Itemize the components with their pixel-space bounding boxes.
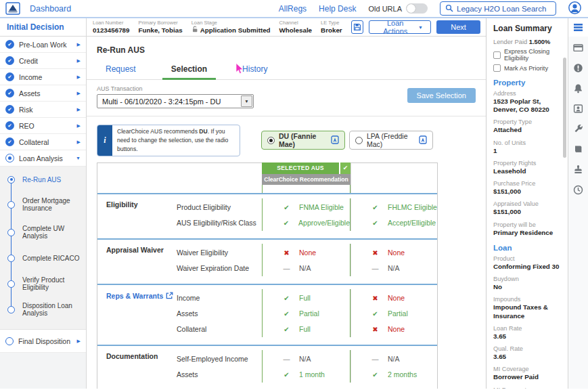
select-value: Multi - 06/10/2020 - 3:24:15pm - DU (102, 98, 221, 106)
step-label: Complete RICACO (22, 255, 79, 262)
chevron-right-icon: ▶ (77, 58, 81, 64)
approval-stamp-icon[interactable] (568, 160, 588, 179)
old-urla-toggle[interactable] (406, 3, 428, 14)
field-label: Property Rights (493, 160, 561, 167)
allregs-link[interactable]: AllRegs (279, 4, 307, 14)
save-selection-button[interactable]: Save Selection (407, 88, 476, 103)
sidebar-item-assets[interactable]: ✔ Assets ▶ (0, 85, 86, 102)
contacts-card-icon[interactable] (568, 100, 588, 118)
step-label: Disposition Loan Analysis (22, 302, 82, 317)
user-avatar[interactable] (568, 1, 581, 16)
step-verify-product-eligibility[interactable]: Verify Product Eligibility (0, 271, 86, 297)
sidebar-item-pre-loan-work[interactable]: ✔ Pre-Loan Work ▶ (0, 37, 86, 53)
tab-history[interactable]: History (233, 61, 276, 80)
express-closing-checkbox[interactable]: Express Closing Eligibility (493, 48, 561, 62)
app-logo-icon[interactable] (5, 2, 20, 15)
sidebar-item-label: Income (19, 73, 42, 81)
lpa-value: ✖ None (351, 290, 438, 306)
sidebar-item-income[interactable]: ✔ Income ▶ (0, 69, 86, 85)
status-text: None (388, 290, 405, 306)
status-text: Full (299, 290, 311, 306)
aus-transaction-select[interactable]: Multi - 06/10/2020 - 3:24:15pm - DU ▼ (97, 94, 254, 108)
alert-exclamation-icon[interactable] (568, 59, 588, 77)
next-button[interactable]: Next (436, 20, 480, 34)
du-value: ✔ FNMA Eligible (263, 200, 350, 215)
status-icon: ✔ (371, 200, 380, 215)
loan-analysis-steps: Re-Run AUS Order Mortgage Insurance Comp… (0, 167, 86, 330)
summary-field-buydown: Buydown No (493, 276, 561, 291)
field-value: Attached (493, 126, 561, 134)
step-re-run-aus[interactable]: Re-Run AUS (0, 169, 86, 190)
step-disposition-loan-analysis[interactable]: Disposition Loan Analysis (0, 297, 86, 322)
reps-warrants-link[interactable]: Reps & Warrants (97, 289, 177, 337)
radio-icon (355, 137, 363, 144)
help-desk-link[interactable]: Help Desk (319, 4, 356, 14)
status-icon: — (282, 351, 291, 367)
dashboard-link[interactable]: Dashboard (30, 4, 71, 14)
aus-comparison-table: SELECTED AUS ✔ ClearChoice Recommendatio… (97, 162, 438, 389)
field-label: Property Type (493, 118, 561, 125)
loan-actions-button[interactable]: Loan Actions ▼ (369, 20, 431, 34)
pdf-icon[interactable] (331, 135, 339, 146)
field-label: No. of Units (493, 139, 561, 146)
option-label: DU (Fannie Mae) (279, 132, 327, 148)
sidebar-item-final-disposition[interactable]: Final Disposition ▶ (0, 330, 86, 353)
status-text: FHLMC Eligible (388, 200, 437, 215)
field-value: No (493, 283, 561, 291)
summary-field-qual-rate: Qual. Rate 3.65 (493, 345, 561, 361)
lpa-value: — N/A (351, 261, 438, 276)
field-value: Impound Taxes & Insurance (493, 303, 561, 320)
field-label: Loan Stage (191, 20, 271, 26)
documents-book-icon[interactable] (568, 140, 588, 158)
step-complete-ricaco[interactable]: Complete RICACO (0, 245, 86, 271)
save-button[interactable] (351, 20, 364, 34)
summary-field-mi-payment: MI Payment $4,200.00 (493, 387, 561, 389)
mark-as-priority-checkbox[interactable]: Mark As Priority (493, 64, 561, 72)
pending-circle-icon (5, 337, 14, 345)
tab-request[interactable]: Request (97, 61, 145, 80)
sidebar-item-reo[interactable]: ✔ REO ▶ (0, 118, 86, 134)
search-input[interactable] (457, 5, 551, 13)
step-pending-icon (7, 280, 15, 288)
sidebar-item-credit[interactable]: ✔ Credit ▶ (0, 53, 86, 69)
option-du-fannie-mae[interactable]: DU (Fannie Mae) (261, 131, 345, 150)
field-label: Appraised Value (493, 200, 561, 207)
row-label: Income (177, 290, 262, 306)
sidebar-item-loan-analysis[interactable]: Loan Analysis ▼ (0, 150, 86, 167)
du-value: ✔ Full (263, 322, 350, 337)
loan-search-box[interactable] (440, 1, 556, 16)
field-label: MI Coverage (493, 366, 561, 372)
history-clock-icon[interactable] (568, 181, 588, 199)
pdf-icon[interactable] (419, 135, 427, 146)
loan-summary-rail-icon[interactable] (568, 18, 588, 37)
tab-selection[interactable]: Selection (162, 61, 216, 80)
info-text-bold: DU (199, 128, 207, 135)
field-label: Primary Borrower (139, 20, 183, 26)
group-category: Appraisal Waiver (97, 244, 177, 276)
complete-check-icon: ✔ (5, 56, 14, 65)
step-complete-uw-analysis[interactable]: Complete UW Analysis (0, 219, 86, 245)
spacer-cell (97, 163, 177, 193)
du-value: ✔ Full (263, 290, 350, 306)
status-text: None (388, 322, 405, 337)
tools-wrench-icon[interactable] (568, 120, 588, 138)
billing-card-icon[interactable] (568, 39, 588, 57)
summary-field-property-rights: Property Rights Leasehold (493, 160, 561, 175)
row-label: Waiver Eligibility (177, 245, 262, 261)
chevron-right-icon: ▶ (77, 74, 81, 80)
lender-paid: Lender Paid 1.500% (493, 39, 561, 45)
check-icon: ✔ (339, 162, 350, 174)
select-arrow-icon[interactable]: ▼ (241, 95, 252, 107)
notifications-bell-icon[interactable] (568, 79, 588, 98)
field-value: Borrower Paid (493, 373, 561, 381)
checkbox-label: Express Closing Eligibility (504, 48, 561, 62)
step-order-mortgage-insurance[interactable]: Order Mortgage Insurance (0, 190, 86, 219)
sidebar-item-risk[interactable]: ✔ Risk ▶ (0, 102, 86, 118)
panel-scrollbar[interactable] (563, 58, 566, 158)
sidebar-item-collateral[interactable]: ✔ Collateral ▶ (0, 134, 86, 150)
field-value: Broker (321, 26, 342, 34)
option-lpa-freddie-mac[interactable]: LPA (Freddie Mac) (349, 131, 433, 150)
step-label: Complete UW Analysis (22, 225, 82, 240)
step-pending-icon (7, 201, 15, 209)
summary-field-loan-rate: Loan Rate 3.65 (493, 325, 561, 341)
